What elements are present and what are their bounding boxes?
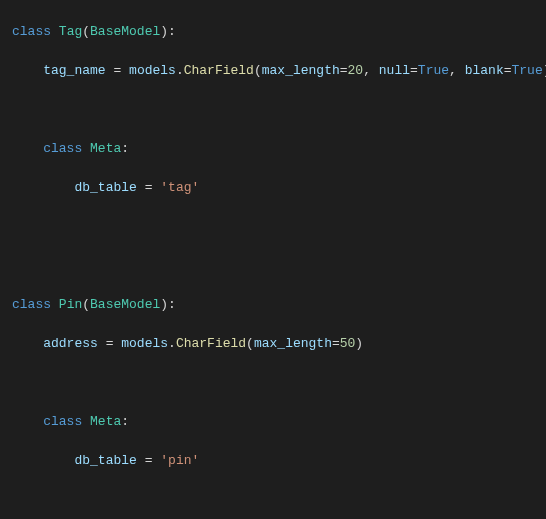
op: =	[145, 180, 153, 195]
bool: True	[418, 63, 449, 78]
comma: ,	[363, 63, 371, 78]
op: =	[332, 336, 340, 351]
code-line: db_table = 'pin'	[12, 451, 546, 471]
blank-line	[12, 490, 546, 510]
blank-line	[12, 373, 546, 393]
code-line: address = models.CharField(max_length=50…	[12, 334, 546, 354]
code-line: class Tag(BaseModel):	[12, 22, 546, 42]
code-line: class Meta:	[12, 412, 546, 432]
keyword-class: class	[12, 297, 51, 312]
base-class: BaseModel	[90, 297, 160, 312]
method: CharField	[176, 336, 246, 351]
op: =	[340, 63, 348, 78]
param: max_length	[254, 336, 332, 351]
class-pin: Pin	[59, 297, 82, 312]
keyword-class: class	[12, 24, 51, 39]
blank-line	[12, 100, 546, 120]
comma: ,	[449, 63, 457, 78]
method: CharField	[184, 63, 254, 78]
string: 'pin'	[160, 453, 199, 468]
paren: (	[82, 297, 90, 312]
code-line: class Pin(BaseModel):	[12, 295, 546, 315]
attr: db_table	[74, 180, 136, 195]
paren: (	[254, 63, 262, 78]
attr: db_table	[74, 453, 136, 468]
op: =	[410, 63, 418, 78]
code-line: db_table = 'tag'	[12, 178, 546, 198]
colon: :	[121, 414, 129, 429]
paren: (	[246, 336, 254, 351]
attr: tag_name	[43, 63, 105, 78]
keyword-class: class	[43, 141, 82, 156]
param: max_length	[262, 63, 340, 78]
keyword-class: class	[43, 414, 82, 429]
attr: address	[43, 336, 98, 351]
blank-line	[12, 217, 546, 237]
op: =	[106, 336, 114, 351]
dot: .	[168, 336, 176, 351]
module: models	[121, 336, 168, 351]
op: =	[145, 453, 153, 468]
blank-line	[12, 256, 546, 276]
paren: )	[160, 297, 168, 312]
class-meta: Meta	[90, 141, 121, 156]
code-editor: class Tag(BaseModel): tag_name = models.…	[0, 0, 546, 519]
bool: True	[512, 63, 543, 78]
colon: :	[168, 24, 176, 39]
class-tag: Tag	[59, 24, 82, 39]
paren: (	[82, 24, 90, 39]
string: 'tag'	[160, 180, 199, 195]
param: blank	[465, 63, 504, 78]
paren: )	[355, 336, 363, 351]
colon: :	[121, 141, 129, 156]
paren: )	[160, 24, 168, 39]
module: models	[129, 63, 176, 78]
num: 50	[340, 336, 356, 351]
op: =	[504, 63, 512, 78]
code-line: class Meta:	[12, 139, 546, 159]
colon: :	[168, 297, 176, 312]
op: =	[113, 63, 121, 78]
dot: .	[176, 63, 184, 78]
num: 20	[348, 63, 364, 78]
class-meta: Meta	[90, 414, 121, 429]
base-class: BaseModel	[90, 24, 160, 39]
code-line: tag_name = models.CharField(max_length=2…	[12, 61, 546, 81]
param: null	[379, 63, 410, 78]
